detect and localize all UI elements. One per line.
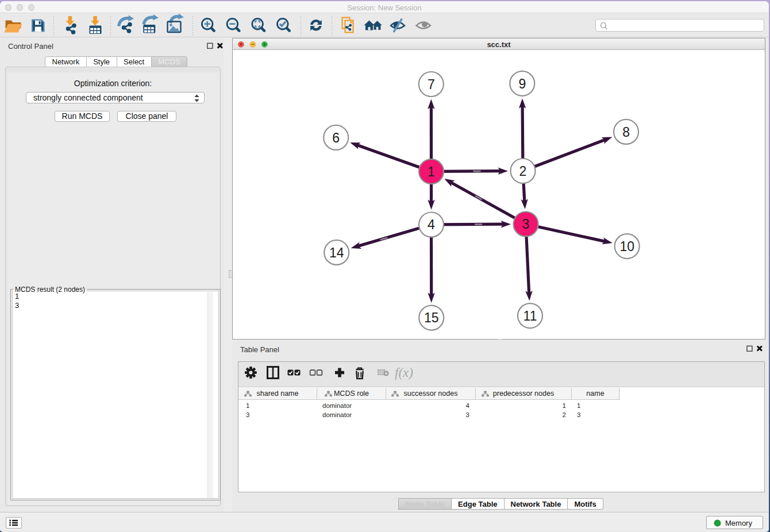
svg-text:2: 2: [519, 163, 527, 178]
svg-text:11: 11: [523, 308, 537, 323]
svg-text:4: 4: [428, 217, 435, 232]
svg-text:9: 9: [518, 76, 526, 91]
svg-text:6: 6: [332, 130, 340, 145]
svg-text:f(x): f(x): [395, 365, 413, 380]
svg-text:14: 14: [329, 245, 344, 260]
svg-text:8: 8: [622, 124, 630, 139]
svg-text:10: 10: [619, 238, 634, 253]
svg-text:7: 7: [428, 76, 435, 91]
svg-text:15: 15: [424, 310, 439, 325]
svg-text:3: 3: [522, 217, 530, 232]
svg-text:1: 1: [428, 164, 435, 179]
